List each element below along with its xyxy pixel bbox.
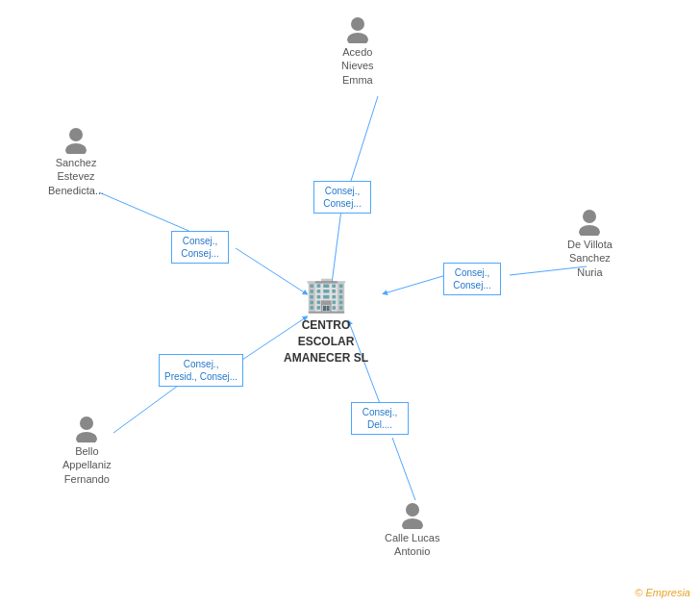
svg-point-12	[69, 128, 83, 141]
watermark: © Empresia	[635, 587, 690, 598]
node-label-nieves: Acedo Nieves Emma	[341, 45, 374, 87]
node-sanchez[interactable]: Sanchez Estevez Benedicta...	[48, 125, 104, 197]
relation-box-nieves[interactable]: Consej., Consej...	[313, 181, 371, 214]
svg-point-18	[406, 503, 419, 517]
relation-box-bello[interactable]: Consej., Presid., Consej...	[159, 354, 243, 387]
person-icon-villota	[575, 207, 604, 236]
watermark-copy: ©	[635, 587, 642, 598]
person-icon-nieves	[343, 14, 372, 43]
svg-line-8	[392, 438, 415, 500]
svg-point-17	[76, 432, 97, 442]
node-villota[interactable]: De Villota Sanchez Nuria	[567, 207, 612, 279]
watermark-brand: Empresia	[646, 587, 690, 598]
node-label-bello: Bello Appellaniz Fernando	[62, 444, 112, 486]
node-label-villota: De Villota Sanchez Nuria	[567, 238, 612, 279]
relation-box-calle[interactable]: Consej., Del....	[351, 402, 409, 435]
node-nieves[interactable]: Acedo Nieves Emma	[341, 14, 374, 87]
svg-point-16	[80, 417, 93, 430]
building-icon: 🏢	[305, 274, 348, 315]
svg-point-15	[579, 225, 600, 236]
node-label-calle: Calle Lucas Antonio	[385, 531, 439, 559]
svg-line-0	[351, 96, 378, 181]
svg-point-19	[402, 518, 423, 529]
svg-point-14	[583, 210, 596, 223]
svg-point-13	[65, 143, 87, 154]
svg-line-5	[385, 275, 446, 293]
person-icon-bello	[72, 414, 101, 442]
node-label-sanchez: Sanchez Estevez Benedicta...	[48, 156, 104, 197]
center-label: CENTRO ESCOLAR AMANECER SL	[284, 317, 368, 366]
node-calle[interactable]: Calle Lucas Antonio	[385, 500, 439, 559]
relation-box-sanchez[interactable]: Consej., Consej...	[171, 231, 229, 264]
svg-point-11	[347, 33, 368, 43]
relation-box-villota[interactable]: Consej., Consej...	[443, 263, 501, 295]
svg-line-1	[332, 202, 342, 284]
svg-point-10	[351, 17, 364, 31]
center-node[interactable]: 🏢 CENTRO ESCOLAR AMANECER SL	[284, 274, 368, 366]
node-bello[interactable]: Bello Appellaniz Fernando	[62, 414, 112, 486]
person-icon-sanchez	[62, 125, 90, 154]
org-diagram: 🏢 CENTRO ESCOLAR AMANECER SL Acedo Nieve…	[0, 0, 700, 606]
person-icon-calle	[398, 500, 427, 529]
